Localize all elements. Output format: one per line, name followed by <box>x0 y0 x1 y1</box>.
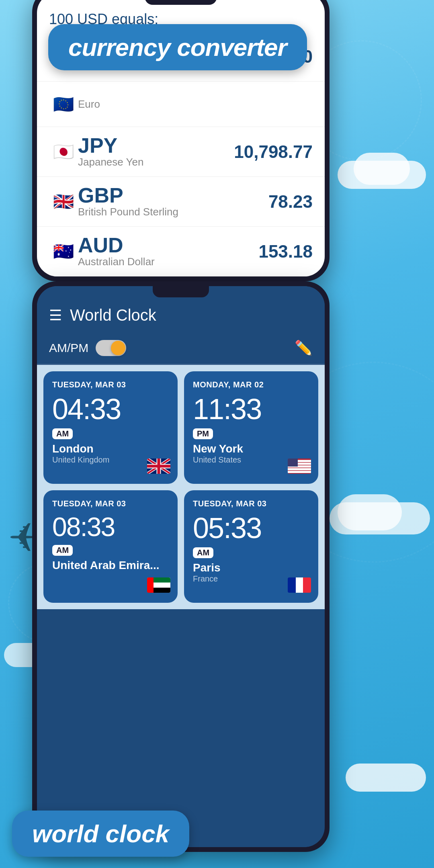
aud-name: Australian Dollar <box>78 256 258 268</box>
jpy-flag: 🇯🇵 <box>49 137 78 166</box>
london-flag <box>147 459 170 477</box>
uae-city: United Arab Emira... <box>52 559 169 572</box>
clock-card-uae: TUESDAY, MAR 03 08:33 AM United Arab Emi… <box>43 490 178 603</box>
uae-ampm: AM <box>52 545 73 556</box>
currency-converter-label: currency converter <box>48 24 307 70</box>
paris-city: Paris <box>193 561 309 574</box>
phone-notch <box>145 0 217 5</box>
eur-info: Euro <box>78 98 313 111</box>
newyork-date: MONDAY, MAR 02 <box>193 380 309 389</box>
currency-row-eur: 🇪🇺 Euro <box>37 82 325 127</box>
eur-flag: 🇪🇺 <box>49 90 78 119</box>
aud-info: AUD Australian Dollar <box>78 235 258 268</box>
gbp-value: 78.23 <box>268 192 313 212</box>
paris-flag <box>288 577 311 596</box>
worldclock-notch <box>153 286 209 297</box>
aud-value: 153.18 <box>258 242 313 262</box>
clock-grid: TUESDAY, MAR 03 04:33 AM London United K… <box>37 365 325 609</box>
gbp-flag: 🇬🇧 <box>49 187 78 216</box>
newyork-city: New York <box>193 442 309 455</box>
edit-icon[interactable]: ✏️ <box>295 340 313 356</box>
worldclock-screen: ☰ World Clock AM/PM ✏️ TUESDAY, MAR 03 0… <box>37 286 325 847</box>
jpy-name: Japanese Yen <box>78 156 234 168</box>
london-time: 04:33 <box>52 393 169 425</box>
currency-row-jpy: 🇯🇵 JPY Japanese Yen 10,798.77 <box>37 127 325 177</box>
svg-rect-5 <box>288 468 311 470</box>
gbp-info: GBP British Pound Sterling <box>78 185 268 218</box>
cloud-4 <box>338 494 402 530</box>
ampm-toggle[interactable] <box>96 340 126 356</box>
paris-ampm: AM <box>193 547 213 558</box>
newyork-time: 11:33 <box>193 393 309 425</box>
worldclock-phone: ☰ World Clock AM/PM ✏️ TUESDAY, MAR 03 0… <box>32 281 330 852</box>
london-date: TUESDAY, MAR 03 <box>52 380 169 389</box>
svg-rect-12 <box>288 577 296 593</box>
eur-name: Euro <box>78 98 313 111</box>
newyork-ampm: PM <box>193 428 213 439</box>
paris-date: TUESDAY, MAR 03 <box>193 499 309 508</box>
newyork-flag <box>288 459 311 477</box>
worldclock-title: World Clock <box>70 306 313 324</box>
london-ampm: AM <box>52 428 73 439</box>
cloud-6 <box>346 764 426 792</box>
worldclock-label: world clock <box>12 811 189 857</box>
menu-icon[interactable]: ☰ <box>49 308 62 323</box>
svg-rect-13 <box>296 577 303 593</box>
toggle-thumb <box>111 341 125 355</box>
jpy-code: JPY <box>78 135 234 156</box>
ampm-label: AM/PM <box>49 341 88 355</box>
paris-time: 05:33 <box>193 512 309 544</box>
svg-rect-6 <box>288 471 311 473</box>
worldclock-label-text: world clock <box>32 820 169 848</box>
aud-flag: 🇦🇺 <box>49 237 78 266</box>
gbp-name: British Pound Sterling <box>78 206 268 218</box>
svg-rect-14 <box>303 577 311 593</box>
gbp-code: GBP <box>78 185 268 206</box>
currency-label-text: currency converter <box>68 33 287 61</box>
jpy-value: 10,798.77 <box>234 142 313 162</box>
jpy-info: JPY Japanese Yen <box>78 135 234 168</box>
currency-row-aud: 🇦🇺 AUD Australian Dollar 153.18 <box>37 227 325 276</box>
cloud-2 <box>354 153 410 185</box>
worldclock-toolbar: AM/PM ✏️ <box>37 332 325 364</box>
svg-rect-11 <box>147 577 154 593</box>
clock-card-london: TUESDAY, MAR 03 04:33 AM London United K… <box>43 371 178 484</box>
clock-card-newyork: MONDAY, MAR 02 11:33 PM New York United … <box>184 371 318 484</box>
aud-code: AUD <box>78 235 258 256</box>
uae-date: TUESDAY, MAR 03 <box>52 499 169 508</box>
london-city: London <box>52 442 169 455</box>
svg-rect-7 <box>288 459 298 467</box>
uae-flag <box>147 577 170 596</box>
currency-row-gbp: 🇬🇧 GBP British Pound Sterling 78.23 <box>37 177 325 227</box>
uae-time: 08:33 <box>52 512 169 542</box>
clock-card-paris: TUESDAY, MAR 03 05:33 AM Paris France <box>184 490 318 603</box>
